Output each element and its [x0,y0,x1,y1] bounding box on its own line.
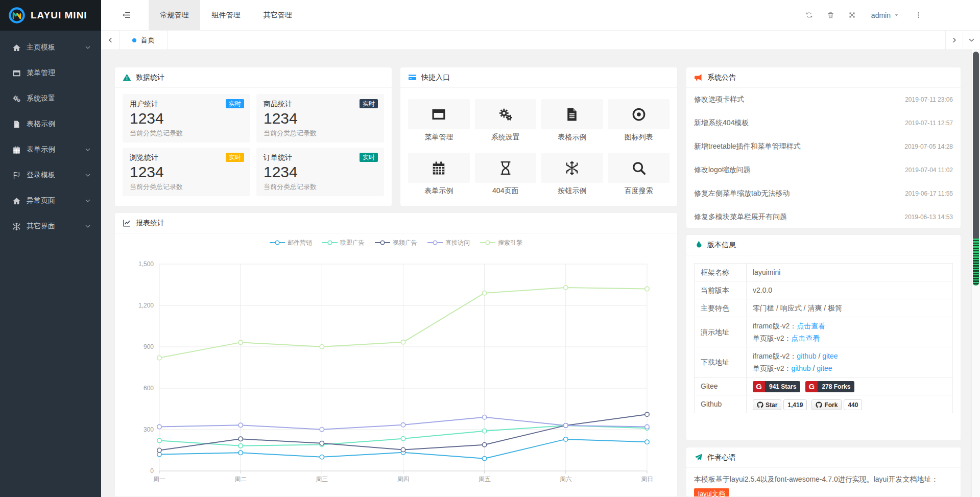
stat-card[interactable]: 浏览统计实时1234当前分类总记录数 [123,148,250,196]
stat-card-badge: 实时 [360,99,378,108]
header-tab[interactable]: 其它管理 [252,0,303,30]
fullscreen-icon[interactable] [842,11,863,19]
chevron-down-icon [85,172,91,178]
github-count-badge[interactable]: 440 [844,399,862,410]
announcement-item[interactable]: 新增treetable插件和菜单管理样式2019-07-05 14:28 [694,135,953,158]
svg-text:1,200: 1,200 [138,302,154,309]
user-dropdown[interactable]: admin [863,11,907,19]
quick-entry-item[interactable]: 菜单管理 [408,99,470,142]
stat-card[interactable]: 用户统计实时1234当前分类总记录数 [123,94,250,143]
more-menu-icon[interactable] [907,11,929,19]
svg-text:周四: 周四 [397,476,410,483]
quick-entry-item[interactable]: 图标列表 [608,99,670,142]
announcement-item[interactable]: 修改选项卡样式2019-07-11 23:06 [694,88,953,111]
announcement-item[interactable]: 修复多模块菜单栏展开有问题2019-06-13 14:53 [694,205,953,228]
announcement-text: 修改选项卡样式 [694,95,744,104]
announcements-list: 修改选项卡样式2019-07-11 23:06新增系统404模板2019-07-… [686,88,961,228]
svg-text:周二: 周二 [234,476,247,483]
quick-entry-icon-box [541,153,603,183]
gears-icon [12,94,21,103]
link-点击查看[interactable]: 点击查看 [797,322,825,330]
quick-entry-icon-box [475,153,537,183]
right-column: 系统公告 修改选项卡样式2019-07-11 23:06新增系统404模板201… [686,67,961,497]
legend-item-联盟广告[interactable]: 联盟广告 [322,239,365,247]
sidebar-item[interactable]: 系统设置 [0,86,101,111]
legend-item-邮件营销[interactable]: 邮件营销 [270,239,312,247]
sidebar-item-label: 系统设置 [27,94,55,103]
announcements-panel: 系统公告 修改选项卡样式2019-07-11 23:06新增系统404模板201… [686,67,961,228]
quick-entry-icon-box [541,99,603,129]
announcement-item[interactable]: 新增系统404模板2019-07-11 12:57 [694,111,953,135]
quick-entry-item[interactable]: 表单示例 [408,153,470,196]
fire-icon [694,241,703,249]
app-logo[interactable]: LAYUI MINI [0,0,101,31]
link-gitee[interactable]: gitee [822,352,838,360]
stat-card-badge: 实时 [226,99,244,108]
version-table-row: 下载地址iframe版-v2：github / gitee单页版-v2：gith… [695,347,953,377]
trash-icon[interactable] [820,11,842,19]
header-tab[interactable]: 常规管理 [149,0,200,30]
github-fork-button[interactable]: Fork [811,399,842,410]
quick-entry-item[interactable]: 系统设置 [475,99,537,142]
panel-title: 快捷入口 [421,73,450,82]
gitee-logo-icon: G [753,381,765,392]
quick-entry-item[interactable]: 404页面 [475,153,537,196]
sidebar-item[interactable]: 异常页面 [0,188,101,214]
line-chart: 03006009001,2001,500周一周二周三周四周五周六周日 [115,248,677,491]
gitee-badge[interactable]: G941 Stars [753,381,800,392]
announcement-date: 2019-07-05 14:28 [904,143,953,150]
legend-label: 视频广告 [393,239,417,247]
link-github[interactable]: github [797,352,816,360]
version-table-row: 当前版本v2.0.0 [695,281,953,299]
announcement-item[interactable]: 修复左侧菜单缩放tab无法移动2019-06-17 11:55 [694,182,953,205]
version-value-line: v2.0.0 [753,284,946,296]
content-scrollbar[interactable] [971,50,980,497]
quick-entry-item[interactable]: 按钮示例 [541,153,603,196]
author-text-line: 本模板基于layui2.5.4以及font-awesome-4.7.0进行实现。… [694,473,953,486]
tab-home[interactable]: 首页 [120,31,168,50]
link-github[interactable]: github [791,364,810,372]
quick-entry-item[interactable]: 百度搜索 [608,153,670,196]
version-row-label: 框架名称 [695,264,747,281]
legend-item-直接访问[interactable]: 直接访问 [427,239,470,247]
announcement-text: 修改logo缩放问题 [694,165,750,175]
tabs-scroll-right-button[interactable] [945,31,963,50]
version-row-value: Star1,419Fork440 [747,395,953,413]
panel-title: 版本信息 [707,241,736,250]
tabs-scroll-left-button[interactable] [101,31,120,50]
github-star-button[interactable]: Star [753,399,781,410]
sidebar-item[interactable]: 菜单管理 [0,60,101,86]
version-row-label: 当前版本 [695,281,747,299]
legend-item-搜索引擎[interactable]: 搜索引擎 [480,239,522,247]
link-gitee[interactable]: gitee [817,364,832,372]
svg-text:周日: 周日 [641,476,653,483]
link-点击查看[interactable]: 点击查看 [791,334,820,342]
sidebar-item[interactable]: 表格示例 [0,111,101,137]
version-info-panel: 版本信息 框架名称layuimini当前版本v2.0.0主要特色零门槛 / 响应… [686,234,961,441]
github-count-badge[interactable]: 1,419 [783,399,807,410]
version-row-value: 零门槛 / 响应式 / 清爽 / 极简 [747,299,953,317]
calendar-icon [431,160,446,176]
header-tab[interactable]: 组件管理 [200,0,252,30]
sidebar-item[interactable]: 其它界面 [0,214,101,239]
announcement-item[interactable]: 修改logo缩放问题2019-07-04 11:02 [694,158,953,182]
sidebar-item[interactable]: 表单示例 [0,137,101,162]
tabs-menu-button[interactable] [963,31,980,50]
chevron-down-icon [85,198,91,204]
quick-entry-grid: 菜单管理系统设置表格示例图标列表表单示例404页面按钮示例百度搜索 [400,88,677,196]
menu-collapse-icon[interactable] [122,10,132,30]
gitee-badge[interactable]: G278 Forks [805,381,854,392]
quick-entry-label: 系统设置 [475,133,537,142]
layui-docs-badge[interactable]: layui文档 [694,488,729,497]
scrollbar-thumb[interactable] [973,52,979,286]
text-segment: iframe版-v2： [753,352,797,360]
quick-entry-item[interactable]: 表格示例 [541,99,603,142]
stat-card[interactable]: 商品统计实时1234当前分类总记录数 [256,94,384,143]
legend-item-视频广告[interactable]: 视频广告 [375,239,417,247]
stat-card-value: 1234 [130,110,243,128]
sidebar-item[interactable]: 登录模板 [0,162,101,188]
legend-marker-icon [322,240,338,245]
stat-card[interactable]: 订单统计实时1234当前分类总记录数 [256,148,384,196]
sidebar-item[interactable]: 主页模板 [0,35,101,60]
refresh-icon[interactable] [799,11,820,19]
